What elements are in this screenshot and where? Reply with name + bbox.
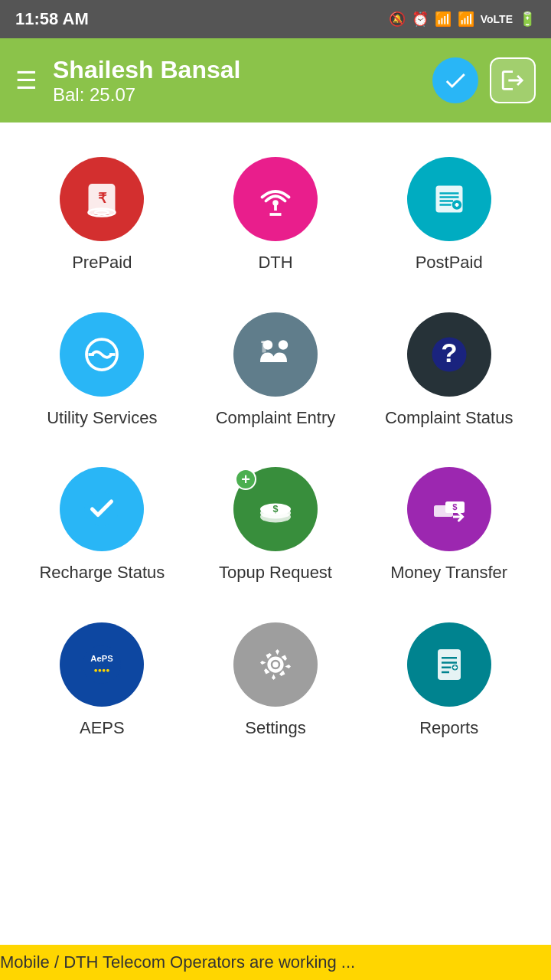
- complaint-entry-icon: [253, 332, 298, 377]
- dth-icon: [253, 176, 298, 222]
- topup-request-label: Topup Request: [219, 562, 332, 584]
- svg-text:?: ?: [441, 338, 457, 368]
- time-display: 11:58 AM: [15, 9, 89, 29]
- svg-text:AePS: AePS: [91, 654, 114, 663]
- grid-item-complaint-status[interactable]: ? Complaint Status: [362, 293, 536, 449]
- svg-rect-37: [438, 649, 461, 680]
- ticker-bar: Mobile / DTH Telecom Operators are worki…: [0, 945, 551, 980]
- complaint-entry-label: Complaint Entry: [216, 407, 336, 430]
- svg-point-36: [272, 662, 279, 668]
- money-transfer-icon: $: [426, 486, 472, 532]
- settings-icon: [253, 642, 298, 688]
- reports-icon-circle: [407, 622, 491, 707]
- complaint-status-icon: ?: [426, 332, 472, 377]
- recharge-status-icon-circle: [60, 467, 144, 551]
- battery-icon: 🔋: [519, 11, 536, 28]
- status-icons: 🔕 ⏰ 📶 📶 VoLTE 🔋: [389, 11, 536, 28]
- dth-label: DTH: [258, 252, 292, 274]
- header: ☰ Shailesh Bansal Bal: 25.07: [0, 38, 551, 122]
- dth-icon-circle: [233, 157, 318, 241]
- grid-item-money-transfer[interactable]: $ Money Transfer: [362, 448, 536, 603]
- header-left: ☰ Shailesh Bansal Bal: 25.07: [15, 56, 240, 106]
- postpaid-label: PostPaid: [416, 252, 483, 274]
- money-transfer-label: Money Transfer: [390, 562, 507, 584]
- grid-item-recharge-status[interactable]: Recharge Status: [15, 448, 189, 603]
- menu-grid: ₹ PrePaid DTH: [0, 122, 551, 773]
- grid-item-reports[interactable]: Reports: [362, 603, 536, 759]
- grid-item-settings[interactable]: Settings: [189, 603, 363, 759]
- grid-item-postpaid[interactable]: PostPaid: [362, 138, 536, 293]
- plus-badge: +: [235, 469, 256, 490]
- svg-point-4: [272, 200, 279, 206]
- signal-icon: 📶: [458, 11, 474, 28]
- postpaid-icon-circle: [407, 157, 491, 241]
- ticker-text: Mobile / DTH Telecom Operators are worki…: [0, 952, 355, 972]
- logout-icon: [500, 67, 526, 93]
- prepaid-label: PrePaid: [72, 252, 132, 274]
- grid-item-prepaid[interactable]: ₹ PrePaid: [15, 138, 189, 293]
- aeps-icon: AePS ●●●●: [79, 642, 125, 688]
- grid-item-dth[interactable]: DTH: [189, 138, 363, 293]
- prepaid-icon: ₹: [79, 176, 125, 222]
- svg-text:$: $: [452, 502, 458, 511]
- topup-request-icon-circle: + $: [233, 467, 318, 551]
- svg-text:₹: ₹: [98, 191, 107, 206]
- settings-icon-circle: [233, 622, 318, 707]
- complaint-entry-icon-circle: [233, 312, 318, 397]
- money-transfer-icon-circle: $: [407, 467, 491, 551]
- header-title: Shailesh Bansal Bal: 25.07: [53, 56, 240, 106]
- svg-text:●●●●: ●●●●: [94, 666, 110, 674]
- verify-button[interactable]: [432, 57, 478, 103]
- svg-rect-19: [261, 341, 267, 343]
- reports-icon: [426, 642, 472, 688]
- recharge-status-label: Recharge Status: [39, 562, 165, 584]
- utility-icon-circle: [60, 312, 144, 397]
- grid-item-topup-request[interactable]: + $ Topup Request: [189, 448, 363, 603]
- grid-item-aeps[interactable]: AePS ●●●● AEPS: [15, 603, 189, 759]
- menu-button[interactable]: ☰: [15, 66, 37, 95]
- mute-icon: 🔕: [389, 11, 406, 28]
- svg-point-31: [83, 645, 121, 684]
- alarm-icon: ⏰: [412, 11, 429, 28]
- utility-icon: [79, 332, 125, 377]
- svg-text:$: $: [273, 504, 279, 514]
- lte-icon: VoLTE: [481, 13, 513, 25]
- reports-label: Reports: [419, 717, 478, 740]
- aeps-icon-circle: AePS ●●●●: [60, 622, 144, 707]
- settings-label: Settings: [245, 717, 306, 740]
- grid-item-complaint-entry[interactable]: Complaint Entry: [189, 293, 363, 449]
- postpaid-icon: [426, 176, 472, 222]
- aeps-label: AEPS: [80, 717, 125, 740]
- logout-button[interactable]: [490, 57, 536, 103]
- wifi-icon: 📶: [435, 11, 452, 28]
- utility-label: Utility Services: [47, 407, 157, 430]
- user-name: Shailesh Bansal: [53, 56, 240, 84]
- topup-icon: $: [253, 486, 298, 532]
- complaint-status-icon-circle: ?: [407, 312, 491, 397]
- grid-item-utility[interactable]: Utility Services: [15, 293, 189, 449]
- recharge-status-icon: [79, 486, 125, 532]
- prepaid-icon-circle: ₹: [60, 157, 144, 241]
- balance-display: Bal: 25.07: [53, 84, 240, 106]
- svg-point-17: [279, 340, 289, 350]
- check-icon: [442, 67, 468, 93]
- header-right: [432, 57, 536, 103]
- status-bar: 11:58 AM 🔕 ⏰ 📶 📶 VoLTE 🔋: [0, 0, 551, 38]
- complaint-status-label: Complaint Status: [385, 407, 514, 430]
